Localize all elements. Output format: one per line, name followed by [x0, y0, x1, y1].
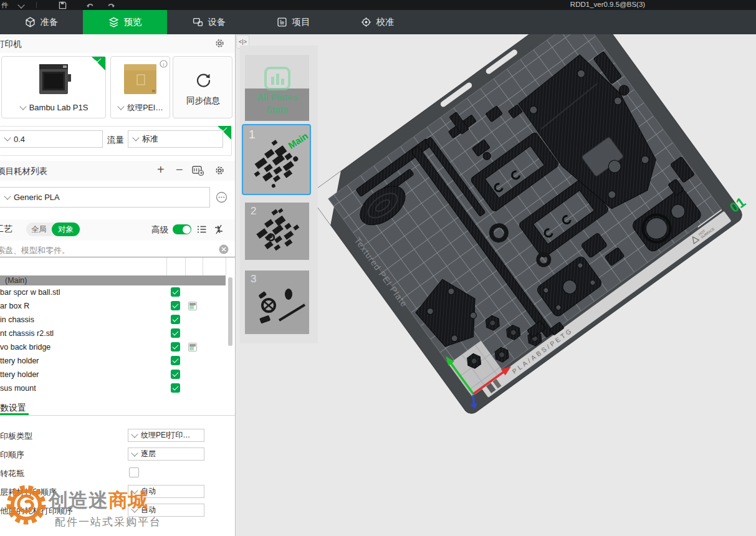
filament-select[interactable]: Generic PLA [0, 187, 210, 208]
object-row[interactable]: ttery holder [0, 368, 226, 381]
object-row[interactable]: ttery holder [0, 354, 226, 368]
tab-prepare[interactable]: 准备 [0, 10, 83, 34]
svg-text:i: i [163, 62, 165, 67]
print-order-select[interactable]: 逐层 [128, 447, 204, 461]
advanced-toggle[interactable] [173, 224, 191, 234]
object-row[interactable]: ar box R [0, 299, 226, 313]
search-input[interactable]: 索盘、模型和零件。 [0, 242, 235, 257]
params-section-header: 参数设置 [0, 401, 235, 416]
plate-thumbnail-1[interactable]: 1 Main [242, 124, 311, 195]
plate-name-row[interactable]: 纹理PEI… [111, 103, 171, 113]
layers-icon [108, 17, 119, 27]
sync-button[interactable]: 同步信息 [173, 56, 232, 118]
object-row[interactable]: vo back bridge [0, 340, 226, 354]
plate-number: 1 [249, 128, 256, 141]
flow-value: 标准 [142, 133, 158, 145]
chevron-down-icon[interactable] [17, 1, 24, 8]
object-row[interactable]: bar spcr w ball.stl [0, 285, 226, 299]
print-checkbox[interactable] [171, 287, 180, 297]
chevron-down-icon [131, 431, 138, 438]
object-row[interactable]: in chassis [0, 313, 226, 327]
param-row: 打印板类型 纹理PEI打印… [0, 429, 235, 443]
spiral-vase-checkbox[interactable] [129, 467, 139, 477]
nozzle-flow-group: 0.4 流量 标准 [0, 126, 232, 156]
global-object-segment[interactable]: 全局 对象 [26, 223, 80, 236]
nozzle-select[interactable]: 0.4 [0, 130, 103, 148]
tab-label: 准备 [41, 16, 59, 28]
filament-header-label: 项目耗材列表 [0, 166, 47, 177]
print-checkbox[interactable] [171, 328, 180, 338]
process-row: 工艺 全局 对象 高级 [0, 219, 235, 241]
tab-calibrate[interactable]: 校准 [335, 10, 419, 34]
ams-icon[interactable] [192, 165, 204, 176]
chevron-down-icon [4, 193, 11, 199]
cube-icon [25, 17, 36, 27]
remove-filament-button[interactable]: − [176, 163, 183, 177]
print-checkbox[interactable] [171, 342, 180, 352]
chevron-down-icon [131, 487, 138, 494]
gear-icon[interactable] [214, 38, 225, 49]
tab-label: 项目 [292, 16, 310, 28]
plate-thumbnail-2[interactable]: 2 [245, 203, 309, 260]
plate-thumbnail-3[interactable]: 3 [245, 270, 309, 334]
other-layer-order-select[interactable]: 自动 [128, 504, 204, 517]
divider [36, 2, 37, 8]
flow-select[interactable]: 标准 [128, 130, 223, 148]
printer-image [34, 62, 73, 97]
printer-header-label: 打印机 [0, 39, 22, 50]
scrollbar[interactable] [228, 277, 232, 346]
printer-name-row[interactable]: Bambu Lab P1S [2, 103, 107, 112]
tab-project[interactable]: 项目 [251, 10, 335, 34]
save-icon[interactable] [59, 1, 67, 9]
printer-name: Bambu Lab P1S [29, 103, 89, 112]
plate-type-name: 纹理PEI… [127, 103, 163, 112]
param-row: 旋转花瓶 [0, 466, 235, 480]
printer-card[interactable]: Bambu Lab P1S [1, 56, 106, 118]
segment-global[interactable]: 全局 [26, 224, 52, 235]
file-menu[interactable]: 件 [1, 1, 8, 10]
print-checkbox[interactable] [171, 370, 180, 379]
list-icon[interactable] [196, 224, 208, 235]
info-icon[interactable]: i [160, 60, 168, 68]
project-icon [277, 17, 287, 27]
chevron-down-icon [131, 449, 138, 456]
plate-type-select[interactable]: 纹理PEI打印… [128, 429, 204, 442]
redo-icon[interactable] [107, 1, 115, 9]
param-label: 打印板类型 [0, 431, 32, 442]
modifier-icon[interactable] [188, 343, 197, 352]
all-plates-label: All Plates Stats [245, 91, 309, 117]
first-layer-order-select[interactable]: 自动 [128, 485, 204, 498]
param-row: 其他层的耗材打印顺序 自动 [0, 504, 235, 517]
nozzle-value: 0.4 [14, 135, 25, 144]
advanced-label: 高级 [151, 224, 168, 236]
object-row[interactable]: sus mount [0, 381, 226, 395]
modifier-icon[interactable] [188, 302, 197, 310]
compare-icon[interactable] [213, 224, 224, 235]
bambu-studio-window: { "titlebar": { "menu": "件", "title": "R… [0, 0, 756, 536]
print-checkbox[interactable] [171, 356, 180, 365]
print-checkbox[interactable] [171, 315, 180, 324]
params-header-label[interactable]: 参数设置 [0, 403, 26, 414]
gear-icon[interactable] [214, 165, 225, 176]
flow-label: 流量 [107, 135, 124, 146]
tab-label: 校准 [376, 16, 395, 28]
all-plates-stats-card[interactable]: All Plates Stats [245, 55, 309, 121]
add-filament-button[interactable]: + [157, 163, 165, 177]
object-name: ar box R [0, 302, 29, 310]
print-checkbox[interactable] [171, 301, 180, 310]
device-icon [193, 17, 203, 27]
object-row[interactable]: nt chassis r2.stl [0, 327, 226, 340]
object-name: ttery holder [0, 357, 39, 365]
tab-device[interactable]: 设备 [167, 10, 251, 34]
ellipsis-icon[interactable] [216, 191, 227, 203]
filament-name: Generic PLA [14, 193, 60, 202]
undo-icon[interactable] [86, 1, 94, 9]
object-group-row[interactable]: (Main) [0, 275, 226, 285]
segment-object[interactable]: 对象 [52, 223, 80, 236]
close-icon[interactable] [219, 244, 229, 254]
tab-preview[interactable]: 预览 [83, 10, 167, 34]
plate-card[interactable]: i 纹理PEI… [110, 56, 170, 118]
window-title: RDD1_ver0.9.5@BS(3) [505, 1, 711, 8]
print-checkbox[interactable] [171, 383, 180, 393]
sync-icon [194, 70, 213, 89]
